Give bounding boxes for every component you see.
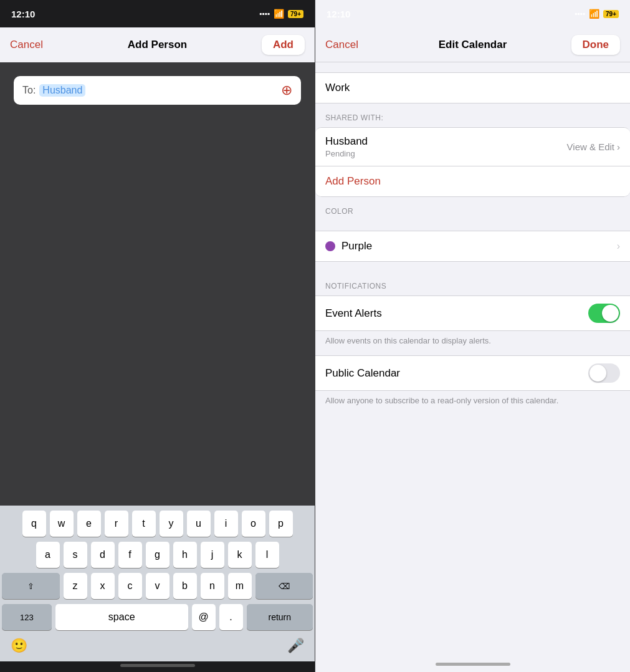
- key-u[interactable]: u: [187, 511, 211, 537]
- left-status-bar: 12:10 ▪▪▪▪ 📶 79+: [0, 0, 315, 27]
- keyboard-bottom-bar: 🙂 🎤: [2, 635, 313, 659]
- shared-card: Husband Pending View & Edit › Add Person: [315, 127, 630, 197]
- key-l[interactable]: l: [255, 542, 279, 568]
- key-space[interactable]: space: [55, 604, 188, 630]
- key-b[interactable]: b: [173, 573, 197, 599]
- key-g[interactable]: g: [146, 542, 169, 568]
- left-cancel-button[interactable]: Cancel: [10, 39, 43, 51]
- person-name: Husband: [325, 135, 368, 148]
- event-alerts-thumb: [602, 305, 619, 322]
- key-j[interactable]: j: [201, 542, 224, 568]
- right-content: Work SHARED WITH: Husband Pending View &…: [315, 62, 630, 658]
- key-return[interactable]: return: [247, 604, 313, 630]
- color-label: Purple: [341, 240, 372, 252]
- left-nav-bar: Cancel Add Person Add: [0, 27, 315, 62]
- key-m[interactable]: m: [228, 573, 252, 599]
- event-alerts-row: Event Alerts: [315, 295, 630, 331]
- key-e[interactable]: e: [77, 511, 101, 537]
- signal-icon: ▪▪▪▪: [259, 9, 270, 18]
- calendar-name[interactable]: Work: [325, 82, 350, 94]
- key-f[interactable]: f: [118, 542, 142, 568]
- keyboard-row-4: 123 space @ . return: [2, 604, 313, 630]
- key-123[interactable]: 123: [2, 604, 52, 630]
- key-r[interactable]: r: [105, 511, 128, 537]
- color-chevron-icon: ›: [617, 241, 620, 252]
- public-calendar-thumb: [589, 365, 606, 382]
- key-backspace[interactable]: ⌫: [255, 573, 313, 599]
- key-h[interactable]: h: [173, 542, 197, 568]
- right-wifi-icon: 📶: [589, 9, 599, 19]
- emoji-icon[interactable]: 🙂: [11, 638, 27, 654]
- key-period[interactable]: .: [219, 604, 243, 630]
- event-alerts-helper: Allow events on this calendar to display…: [315, 331, 630, 353]
- event-alerts-toggle[interactable]: [588, 304, 620, 323]
- public-calendar-toggle[interactable]: [588, 363, 620, 383]
- key-k[interactable]: k: [228, 542, 252, 568]
- person-info: Husband Pending: [325, 135, 368, 158]
- key-shift[interactable]: ⇧: [2, 573, 60, 599]
- color-dot: [325, 241, 335, 251]
- right-phone-panel: 12:10 ▪▪▪▪ 📶 79+ Cancel Edit Calendar Do…: [315, 0, 630, 672]
- view-edit-row[interactable]: View & Edit ›: [567, 142, 620, 152]
- to-value: Husband: [39, 84, 85, 97]
- left-status-icons: ▪▪▪▪ 📶 79+: [259, 9, 303, 19]
- key-s[interactable]: s: [64, 542, 87, 568]
- key-z[interactable]: z: [64, 573, 87, 599]
- right-status-icons: ▪▪▪▪ 📶 79+: [575, 9, 619, 19]
- done-button[interactable]: Done: [571, 35, 621, 55]
- key-y[interactable]: y: [160, 511, 183, 537]
- event-alerts-label: Event Alerts: [325, 307, 382, 320]
- key-i[interactable]: i: [214, 511, 238, 537]
- key-n[interactable]: n: [201, 573, 224, 599]
- right-status-bar: 12:10 ▪▪▪▪ 📶 79+: [315, 0, 630, 27]
- key-o[interactable]: o: [242, 511, 265, 537]
- to-label: To:: [22, 85, 36, 96]
- color-section-label: COLOR: [315, 197, 630, 221]
- add-person-text: Add Person: [325, 175, 381, 187]
- add-contact-icon[interactable]: ⊕: [281, 84, 292, 97]
- add-button[interactable]: Add: [262, 35, 305, 55]
- keyboard-row-1: q w e r t y u i o p: [2, 511, 313, 537]
- key-d[interactable]: d: [91, 542, 115, 568]
- right-status-time: 12:10: [327, 9, 350, 19]
- key-q[interactable]: q: [22, 511, 46, 537]
- key-at[interactable]: @: [192, 604, 216, 630]
- key-t[interactable]: t: [132, 511, 156, 537]
- battery-badge: 79+: [288, 10, 303, 18]
- notifications-section: NOTIFICATIONS Event Alerts Allow events …: [315, 272, 630, 413]
- keyboard-row-3: ⇧ z x c v b n m ⌫: [2, 573, 313, 599]
- key-x[interactable]: x: [91, 573, 115, 599]
- right-battery-badge: 79+: [603, 10, 619, 18]
- color-row[interactable]: Purple ›: [315, 231, 630, 262]
- mic-icon[interactable]: 🎤: [287, 638, 304, 654]
- view-edit-chevron: ›: [617, 142, 620, 152]
- shared-person-row[interactable]: Husband Pending View & Edit ›: [315, 128, 630, 166]
- right-nav-title: Edit Calendar: [439, 39, 507, 51]
- key-v[interactable]: v: [146, 573, 169, 599]
- key-w[interactable]: w: [50, 511, 74, 537]
- right-cancel-button[interactable]: Cancel: [325, 39, 358, 51]
- person-status: Pending: [325, 149, 368, 158]
- to-field-container[interactable]: To: Husband ⊕: [14, 76, 301, 105]
- public-calendar-row: Public Calendar: [315, 355, 630, 391]
- right-nav-bar: Cancel Edit Calendar Done: [315, 27, 630, 62]
- key-c[interactable]: c: [118, 573, 142, 599]
- public-calendar-label: Public Calendar: [325, 367, 400, 380]
- add-person-row[interactable]: Add Person: [315, 166, 630, 196]
- dark-overlay: [0, 105, 315, 506]
- left-home-bar: [120, 664, 195, 667]
- right-home-bar: [436, 663, 510, 666]
- keyboard-row-2: a s d f g h j k l: [2, 542, 313, 568]
- key-a[interactable]: a: [36, 542, 60, 568]
- right-signal-icon: ▪▪▪▪: [575, 9, 585, 18]
- wifi-icon: 📶: [274, 9, 284, 19]
- color-left: Purple: [325, 240, 372, 252]
- key-p[interactable]: p: [269, 511, 293, 537]
- view-edit-label: View & Edit: [567, 142, 614, 152]
- keyboard: q w e r t y u i o p a s d f g h j k l ⇧ …: [0, 506, 315, 661]
- public-calendar-helper: Allow anyone to subscribe to a read-only…: [315, 391, 630, 413]
- shared-with-label: SHARED WITH:: [315, 103, 630, 127]
- to-field-inner: To: Husband: [22, 84, 85, 97]
- left-nav-title: Add Person: [128, 39, 187, 51]
- left-phone-panel: 12:10 ▪▪▪▪ 📶 79+ Cancel Add Person Add T…: [0, 0, 315, 672]
